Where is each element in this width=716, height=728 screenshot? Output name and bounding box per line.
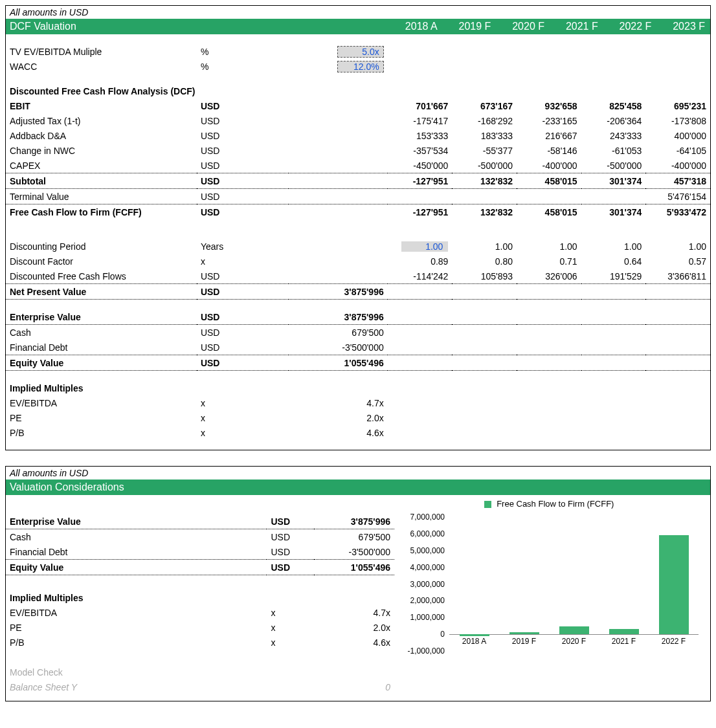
period-input[interactable]: 1.00 <box>401 241 448 252</box>
row-dfcf: Discounted Free Cash Flows USD -114'242 … <box>6 269 710 284</box>
pb2-unit: x <box>267 635 313 650</box>
row-terminal-value: Terminal Value USD 5'476'154 <box>6 189 710 204</box>
row-discount-period: Discounting Period Years 1.00 1.00 1.00 … <box>6 239 710 254</box>
subtotal-2022: 301'374 <box>581 173 646 189</box>
tax-2019: -175'417 <box>388 113 453 128</box>
x-tick-label: 2021 F <box>612 637 636 646</box>
debt-label: Financial Debt <box>6 340 197 355</box>
da-2023: 400'000 <box>645 128 710 143</box>
implied2-heading: Implied Multiples <box>6 590 394 605</box>
debt-value: -3'500'000 <box>289 340 388 355</box>
terminal-2023: 5'476'154 <box>645 189 710 204</box>
chart-bar <box>509 632 539 634</box>
dcf-heading: Discounted Free Cash Flow Analysis (DCF) <box>6 83 710 98</box>
subtotal-unit: USD <box>197 173 289 189</box>
ev-value: 3'875'996 <box>289 309 388 325</box>
y-tick-label: 0 <box>394 630 445 639</box>
chart-bar <box>659 535 689 635</box>
dfactor-unit: x <box>197 254 289 269</box>
row-da: Addback D&A USD 153'333 183'333 216'667 … <box>6 128 710 143</box>
debt2-value: -3'500'000 <box>314 544 394 560</box>
valuation-table: Enterprise Value USD 3'875'996 Cash USD … <box>6 499 394 694</box>
da-2020: 183'333 <box>452 128 517 143</box>
row-ebit: EBIT USD 701'667 673'167 932'658 825'458… <box>6 98 710 113</box>
evebitda2-unit: x <box>267 605 313 620</box>
equity2-label: Equity Value <box>6 560 267 575</box>
subtotal-2021: 458'015 <box>517 173 581 189</box>
debt2-label: Financial Debt <box>6 544 267 560</box>
row-discount-factor: Discount Factor x 0.89 0.80 0.71 0.64 0.… <box>6 254 710 269</box>
da-2019: 153'333 <box>388 128 453 143</box>
section2-title: Valuation Considerations <box>10 481 124 493</box>
y-tick-label: 4,000,000 <box>394 563 445 572</box>
capex-2021: -400'000 <box>517 158 581 173</box>
equity-unit: USD <box>197 355 289 371</box>
fcff-2021: 458'015 <box>517 204 581 220</box>
dfcf-2022: 191'529 <box>581 269 646 284</box>
chart-legend: Free Cash Flow to Firm (FCFF) <box>394 499 704 509</box>
tax-unit: USD <box>197 113 289 128</box>
currency-caption: All amounts in USD <box>6 6 710 19</box>
row-model-check: Model Check <box>6 665 394 679</box>
tv-input[interactable]: 5.0x <box>337 46 384 58</box>
dfcf-2023: 3'366'811 <box>645 269 710 284</box>
pb-label: P/B <box>6 425 197 440</box>
ebit-2023: 695'231 <box>645 98 710 113</box>
valuation-considerations-section: All amounts in USD Valuation Considerati… <box>5 466 711 701</box>
pb2-label: P/B <box>6 635 267 650</box>
x-tick-label: 2022 F <box>662 637 686 646</box>
fcff-2019: -127'951 <box>388 204 453 220</box>
ev-label: Enterprise Value <box>6 309 197 325</box>
nwc-unit: USD <box>197 143 289 158</box>
fcff-2023: 5'933'472 <box>645 204 710 220</box>
y-tick-label: 3,000,000 <box>394 580 445 589</box>
row-equity: Equity Value USD 1'055'496 <box>6 355 710 371</box>
section1-header: DCF Valuation 2018 A 2019 F 2020 F 2021 … <box>6 19 710 34</box>
pe2-label: PE <box>6 620 267 635</box>
da-2021: 216'667 <box>517 128 581 143</box>
period-2020: 1.00 <box>452 239 517 254</box>
col-header-2018: 2018 A <box>385 21 439 32</box>
section1-title: DCF Valuation <box>10 21 385 32</box>
cash-value: 679'500 <box>289 325 388 340</box>
capex-2019: -450'000 <box>388 158 453 173</box>
cash-label: Cash <box>6 325 197 340</box>
evebitda-unit: x <box>197 395 289 410</box>
chart-bar <box>609 629 639 634</box>
col-header-2019: 2019 F <box>439 21 493 32</box>
pe-value: 2.0x <box>289 410 388 425</box>
ebit-2019: 701'667 <box>388 98 453 113</box>
capex-2022: -500'000 <box>581 158 646 173</box>
capex-label: CAPEX <box>6 158 197 173</box>
tax-2021: -233'165 <box>517 113 581 128</box>
ev2-label: Enterprise Value <box>6 514 267 529</box>
ebit-2022: 825'458 <box>581 98 646 113</box>
row-evebitda: EV/EBITDA x 4.7x <box>6 395 710 410</box>
wacc-input[interactable]: 12.0% <box>337 61 384 72</box>
nwc-2022: -61'053 <box>581 143 646 158</box>
wacc-unit: % <box>197 59 289 74</box>
npv-value: 3'875'996 <box>289 284 388 300</box>
fcff-label: Free Cash Flow to Firm (FCFF) <box>6 204 197 220</box>
section2-header: Valuation Considerations <box>6 480 710 495</box>
wacc-label: WACC <box>6 59 197 74</box>
row2-pe: PE x 2.0x <box>6 620 394 635</box>
tv-unit: % <box>197 44 289 59</box>
da-unit: USD <box>197 128 289 143</box>
row-debt: Financial Debt USD -3'500'000 <box>6 340 710 355</box>
row-pe: PE x 2.0x <box>6 410 710 425</box>
period-2021: 1.00 <box>517 239 581 254</box>
row2-cash: Cash USD 679'500 <box>6 529 394 545</box>
row2-pb: P/B x 4.6x <box>6 635 394 650</box>
tax-2023: -173'808 <box>645 113 710 128</box>
fcff-2022: 301'374 <box>581 204 646 220</box>
capex-unit: USD <box>197 158 289 173</box>
tax-2020: -168'292 <box>452 113 517 128</box>
equity-value: 1'055'496 <box>289 355 388 371</box>
nwc-2019: -357'534 <box>388 143 453 158</box>
nwc-label: Change in NWC <box>6 143 197 158</box>
row2-debt: Financial Debt USD -3'500'000 <box>6 544 394 560</box>
fcff-bar-chart: Free Cash Flow to Firm (FCFF) -1,000,000… <box>394 499 704 667</box>
cash2-label: Cash <box>6 529 267 545</box>
y-tick-label: 2,000,000 <box>394 596 445 605</box>
